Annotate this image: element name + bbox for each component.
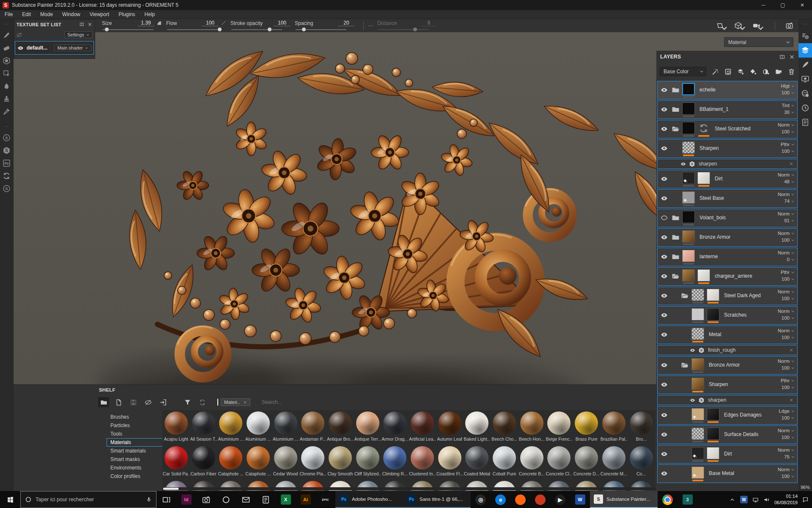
blend-mode-dropdown[interactable]: Norm	[778, 309, 795, 314]
layer-thumbnail[interactable]	[707, 428, 719, 440]
channel-dropdown[interactable]: Base Color	[660, 67, 706, 76]
material-item[interactable]: Concrete M...	[600, 445, 628, 480]
folder-open-icon[interactable]	[672, 272, 680, 280]
close-panel-icon[interactable]	[789, 54, 795, 60]
layer-thumbnail[interactable]	[682, 141, 695, 154]
export-resources-icon[interactable]	[157, 397, 168, 407]
close-panel-icon[interactable]	[88, 22, 92, 27]
taskbar-people-icon[interactable]	[216, 491, 236, 508]
visibility-toggle[interactable]	[658, 140, 670, 157]
material-item[interactable]: Aluminium ...	[217, 410, 244, 445]
material-item[interactable]: Clay Smooth	[326, 445, 354, 480]
taskbar-store-icon[interactable]	[530, 491, 550, 508]
visibility-toggle[interactable]	[658, 376, 670, 394]
dock-layers-panel-icon[interactable]	[798, 43, 812, 58]
material-item[interactable]: Cliff Stylized...	[354, 445, 381, 480]
taskbar-notes-icon[interactable]	[256, 491, 276, 508]
blend-mode-dropdown[interactable]: Norm	[778, 250, 795, 255]
material-item[interactable]: Brass Pure	[573, 410, 600, 445]
polygon-fill-tool[interactable]	[1, 67, 12, 80]
layer-thumbnail[interactable]	[682, 83, 695, 95]
material-item[interactable]: Acajou Light	[162, 410, 190, 445]
material-item[interactable]: Cataphote ...	[217, 445, 244, 480]
mesh-cube-icon[interactable]	[734, 19, 746, 32]
layer-thumbnail[interactable]	[707, 447, 719, 459]
screenshot-camera-icon[interactable]	[785, 22, 793, 30]
layer-row-edges-damages[interactable]: Edges Damages Ldge 100	[657, 406, 798, 425]
opacity-dropdown[interactable]: 100	[782, 296, 795, 301]
field-value[interactable]: 100	[202, 20, 219, 26]
taskbar-3dsmax-icon[interactable]: 3	[678, 491, 697, 508]
visibility-toggle[interactable]	[658, 81, 670, 99]
shelf-category-particles[interactable]: Particles	[107, 421, 164, 430]
layer-row-sharpen[interactable]: Sharpen Pthr 100	[657, 139, 798, 158]
opacity-dropdown[interactable]: 100	[782, 335, 795, 340]
visibility-toggle[interactable]	[658, 406, 670, 424]
filter-tag-materials[interactable]: Materi..	[221, 398, 250, 406]
material-item[interactable]: Aluminium ...	[244, 410, 272, 445]
dock-log-icon[interactable]	[798, 115, 812, 130]
add-folder-icon[interactable]	[775, 68, 782, 75]
layer-row-lanterne[interactable]: lanterne Norm 0	[657, 248, 798, 266]
material-item[interactable]: Bro...	[628, 410, 655, 445]
layer-thumbnail[interactable]	[691, 328, 704, 340]
menu-edit[interactable]: Edit	[17, 10, 36, 19]
opacity-dropdown[interactable]: 100	[782, 415, 795, 420]
opacity-dropdown[interactable]: 100	[782, 435, 795, 440]
blend-mode-dropdown[interactable]: Norm	[778, 172, 795, 177]
blend-mode-dropdown[interactable]: Norm	[778, 289, 795, 294]
dock-texture-set-settings-icon[interactable]	[798, 58, 812, 72]
visibility-toggle[interactable]	[658, 229, 670, 246]
taskbar-firefox-icon[interactable]	[510, 491, 530, 508]
layer-thumbnail[interactable]	[682, 230, 695, 243]
visibility-toggle[interactable]	[658, 465, 670, 483]
volume-icon[interactable]	[763, 497, 770, 503]
dock-display-settings-icon[interactable]	[798, 86, 812, 101]
layer-thumbnail[interactable]	[691, 289, 704, 301]
taskbar-word-icon[interactable]: W	[570, 491, 590, 508]
material-item[interactable]: Beech Cho...	[491, 410, 518, 445]
photoshop-plugin-icon[interactable]	[1, 157, 12, 169]
taskbar-clock[interactable]: 01:14 06/08/2019	[774, 493, 798, 506]
perspective-plane-icon[interactable]	[716, 19, 728, 32]
remove-effect-icon[interactable]	[789, 348, 793, 352]
save-resources-icon[interactable]	[128, 397, 139, 407]
field-slider[interactable]	[295, 28, 355, 31]
folder-icon[interactable]	[672, 233, 680, 241]
layer-row-scratches[interactable]: Scratches Norm 100	[657, 306, 798, 325]
menu-window[interactable]: Window	[58, 10, 85, 19]
material-item[interactable]: Antique Bro...	[326, 410, 354, 445]
hide-all-icon[interactable]	[16, 32, 22, 38]
material-item[interactable]: Autumn Leaf	[436, 410, 464, 445]
opacity-dropdown[interactable]: 100	[782, 129, 795, 134]
material-item[interactable]: Beech Hon...	[518, 410, 546, 445]
field-value[interactable]: 1.39	[137, 20, 154, 26]
menu-file[interactable]: File	[0, 10, 17, 19]
shelf-category-environments[interactable]: Environments	[107, 464, 164, 472]
visibility-toggle[interactable]	[658, 190, 670, 207]
field-slider[interactable]	[102, 28, 162, 31]
dock-panel-settings-icon[interactable]	[798, 29, 812, 43]
folder-icon[interactable]	[672, 86, 680, 94]
layer-row-volant_bois[interactable]: Volant_bois Norm 91	[657, 209, 798, 227]
hidden-resources-icon[interactable]	[143, 397, 154, 407]
shelf-category-materials[interactable]: Materials	[107, 438, 164, 447]
layer-thumbnail[interactable]	[697, 269, 710, 282]
opacity-dropdown[interactable]: 74	[784, 199, 795, 204]
layer-thumbnail[interactable]	[707, 308, 719, 320]
material-item[interactable]: Brazilian Pal...	[600, 410, 628, 445]
folder-icon[interactable]	[672, 253, 680, 261]
layer-row-steel-base[interactable]: Steel Base Norm 74	[657, 189, 798, 208]
material-item[interactable]: Andaman P...	[299, 410, 326, 445]
material-item[interactable]: Concrete Cl...	[546, 445, 573, 480]
opacity-dropdown[interactable]: 48	[784, 179, 795, 184]
blend-mode-dropdown[interactable]: Norm	[778, 447, 795, 453]
layer-row-dirt[interactable]: Dirt Norm 75	[657, 445, 798, 464]
effect-stamp-icon[interactable]	[724, 68, 732, 75]
visibility-eye-icon[interactable]	[690, 398, 695, 403]
taskbar-edge-icon[interactable]: e	[491, 491, 510, 508]
taskbar-indesign-icon[interactable]: Id	[176, 491, 196, 508]
layer-thumbnail[interactable]	[691, 378, 704, 390]
layer-thumbnail[interactable]	[691, 358, 704, 370]
material-item[interactable]: Artificial Lea...	[409, 410, 436, 445]
